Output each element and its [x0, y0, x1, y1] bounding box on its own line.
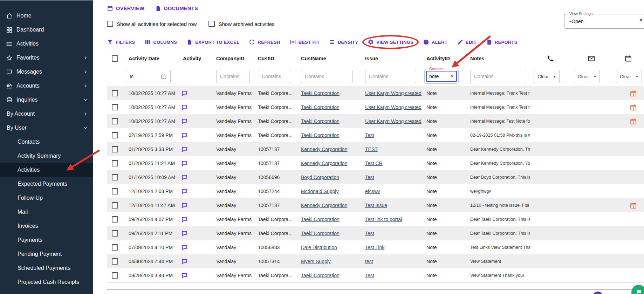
column-header-phone[interactable] [530, 55, 570, 62]
column-header-companyid[interactable]: CompanyID [211, 56, 253, 61]
column-header-calendar[interactable] [612, 55, 644, 62]
mail-filter-clear[interactable]: Clear▾ [574, 70, 600, 83]
custname-link[interactable]: Taeki Corporation [301, 90, 340, 96]
calendar-filter-clear[interactable]: Clear▾ [616, 70, 642, 83]
column-header-mail[interactable] [570, 55, 612, 62]
sidebar-item-inquiries[interactable]: Inquiries [0, 93, 93, 107]
issue-link[interactable]: Test [365, 132, 374, 138]
custname-link[interactable]: Boyd Corporation [301, 175, 339, 180]
custname-link[interactable]: Taeki Corporation [301, 132, 340, 138]
column-header-issue[interactable]: Issue [360, 56, 422, 61]
toolbar-button-view-settings[interactable]: VIEW SETTINGS [368, 39, 413, 45]
issue-link[interactable]: Test [365, 231, 374, 236]
issue-link[interactable]: test [365, 259, 373, 264]
issue-link[interactable]: User Karyn Wong created a [365, 90, 422, 96]
phone-filter-clear[interactable]: Clear▾ [534, 70, 560, 83]
toolbar-button-filters[interactable]: FILTERS [107, 39, 135, 45]
page-button-1[interactable]: 1 [593, 292, 603, 294]
row-checkbox[interactable] [112, 118, 118, 124]
row-checkbox[interactable] [112, 272, 118, 279]
sidebar-item-follow-up[interactable]: Follow-Up [0, 191, 93, 205]
sidebar-item-favorites[interactable]: Favorites [0, 51, 93, 65]
toolbar-button-export-to-excel[interactable]: EXPORT TO EXCEL [186, 39, 239, 45]
sidebar-item-projected-cash-receipts[interactable]: Projected Cash Receipts [0, 275, 93, 289]
sidebar-item-mail[interactable]: Mail [0, 205, 93, 219]
custid-filter-input[interactable] [258, 70, 291, 83]
sidebar-item-invoices[interactable]: Invoices [0, 219, 93, 233]
sidebar-item-home[interactable]: Home [0, 9, 93, 23]
sidebar-item-payments[interactable]: Payments [0, 233, 93, 247]
custname-link[interactable]: Mcdonald Supply [301, 189, 338, 194]
reminder-alert-icon[interactable] [630, 202, 637, 209]
sidebar-item-scheduled-payments[interactable]: Scheduled Payments [0, 261, 93, 275]
sidebar-item-expected-payments[interactable]: Expected Payments [0, 177, 93, 191]
date-operator-select[interactable]: Is [126, 70, 171, 83]
companyid-filter-input[interactable] [216, 70, 250, 83]
sidebar-item-by-account[interactable]: By Account [0, 107, 93, 121]
issue-link[interactable]: TEST [365, 146, 378, 152]
tab-documents[interactable]: DOCUMENTS [155, 5, 198, 12]
show-all-activities-option[interactable]: Show all activities for selected row [107, 21, 197, 27]
row-checkbox[interactable] [112, 258, 118, 265]
row-checkbox[interactable] [112, 146, 118, 152]
custname-link[interactable]: Dale Distribution [301, 245, 337, 250]
row-checkbox[interactable] [112, 174, 118, 180]
issue-link[interactable]: efcswv [365, 189, 380, 194]
row-checkbox[interactable] [112, 160, 118, 166]
sidebar-item-accounts[interactable]: Accounts [0, 79, 93, 93]
column-header-custname[interactable]: CustName [296, 56, 360, 61]
activityid-filter[interactable]: Contains × [424, 69, 459, 84]
custname-link[interactable]: Kennedy Corporation [301, 203, 347, 208]
issue-link[interactable]: Test Link [365, 245, 384, 250]
page-button-3[interactable]: 3 [618, 292, 627, 294]
custname-link[interactable]: Taeki Corporation [301, 118, 340, 124]
issue-link[interactable]: Test [365, 175, 374, 180]
sidebar-item-pending-payment[interactable]: Pending Payment [0, 247, 93, 261]
row-checkbox[interactable] [112, 188, 118, 194]
custname-link[interactable]: Taeki Corporation [301, 231, 340, 236]
custname-link[interactable]: Kennedy Corporation [301, 160, 347, 166]
issue-link[interactable]: Test Issue [365, 203, 387, 208]
row-checkbox[interactable] [112, 216, 118, 223]
issue-link[interactable]: User Karyn Wong created a [365, 104, 422, 110]
toolbar-button-columns[interactable]: COLUMNS [144, 39, 177, 45]
custname-filter-input[interactable] [301, 70, 353, 83]
sidebar-item-messages[interactable]: Messages [0, 65, 93, 79]
sidebar-item-dashboard[interactable]: Dashboard [0, 23, 93, 37]
reminder-alert-icon[interactable] [630, 90, 637, 97]
custname-link[interactable]: Taeki Corporation [301, 217, 340, 222]
show-archived-checkbox[interactable] [208, 21, 215, 27]
custname-link[interactable]: Taeki Corporation [301, 104, 340, 110]
sidebar-item-contacts[interactable]: Contacts [0, 135, 93, 149]
column-header-notes[interactable]: Notes [465, 56, 530, 61]
toolbar-button-refresh[interactable]: REFRESH [249, 39, 280, 45]
toolbar-button-best-fit[interactable]: BEST FIT [290, 39, 320, 45]
row-checkbox[interactable] [112, 230, 118, 237]
row-checkbox[interactable] [112, 132, 118, 138]
issue-link[interactable]: User Karyn Wong created a [365, 118, 422, 124]
toolbar-button-edit[interactable]: EDIT [457, 39, 477, 45]
toolbar-button-alert[interactable]: ALERT [423, 39, 447, 45]
tab-overview[interactable]: OVERVIEW [107, 5, 144, 12]
page-button-2[interactable]: 2 [605, 292, 615, 294]
sidebar-item-activities[interactable]: Activities [0, 163, 93, 177]
show-archived-option[interactable]: Show archived activities [208, 21, 274, 27]
custname-link[interactable]: Taeki Corporation [301, 273, 340, 278]
column-header-activity-date[interactable]: Activity Date [124, 56, 178, 61]
sidebar-item-activities[interactable]: Activities [0, 37, 93, 51]
reminder-alert-icon[interactable] [630, 118, 637, 125]
issue-filter-input[interactable] [365, 70, 416, 83]
custname-link[interactable]: Myers Supply [301, 259, 331, 264]
view-settings-select[interactable]: View Settings ~Open ▼ [564, 14, 644, 29]
sidebar-item-activity-summary[interactable]: Activity Summary [0, 149, 93, 163]
column-header-custid[interactable]: CustID [253, 56, 296, 61]
toolbar-button-reports[interactable]: REPORTS [486, 39, 518, 45]
show-all-checkbox[interactable] [107, 21, 113, 27]
row-checkbox[interactable] [112, 90, 118, 96]
issue-link[interactable]: Test link to portal [365, 217, 402, 222]
activityid-filter-input[interactable] [429, 74, 447, 79]
custname-link[interactable]: Kennedy Corporation [301, 146, 347, 152]
toolbar-button-density[interactable]: DENSITY [329, 39, 358, 45]
sidebar-item-by-user[interactable]: By User [0, 121, 93, 135]
column-header-activityid[interactable]: ActivityID [422, 56, 465, 61]
